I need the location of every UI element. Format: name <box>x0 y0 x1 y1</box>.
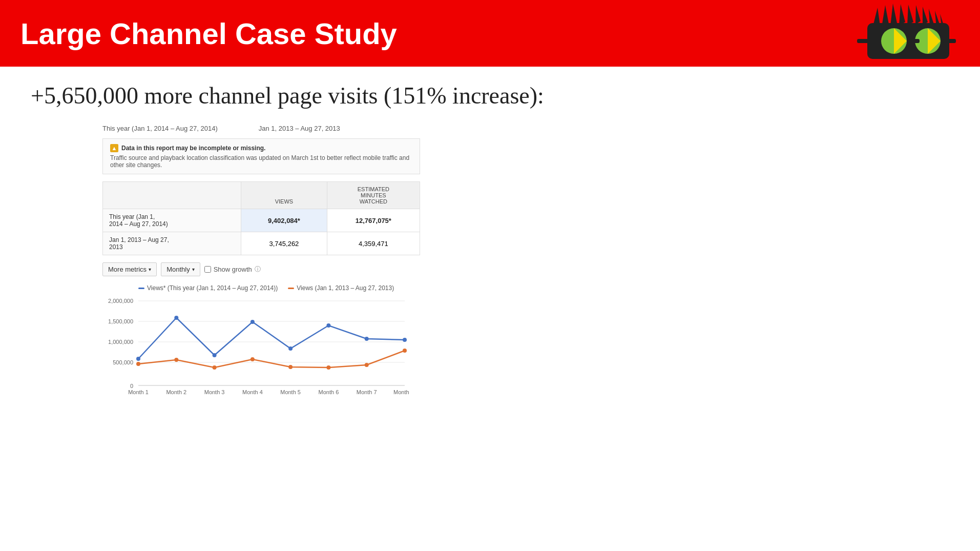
svg-point-30 <box>403 349 407 353</box>
svg-point-21 <box>365 337 369 341</box>
svg-point-24 <box>174 358 178 362</box>
svg-point-23 <box>136 362 140 366</box>
legend-dot-blue <box>138 288 144 289</box>
analytics-panel: This year (Jan 1, 2014 – Aug 27, 2014) J… <box>102 125 420 411</box>
y-label-2m: 2,000,000 <box>108 298 133 304</box>
svg-point-28 <box>326 365 330 370</box>
row-label-prev: Jan 1, 2013 – Aug 27,2013 <box>103 232 241 255</box>
y-label-500k: 500,000 <box>113 359 133 365</box>
main-content: +5,650,000 more channel page visits (151… <box>0 67 980 411</box>
show-growth-label[interactable]: Show growth ⓘ <box>204 265 261 274</box>
legend-item-orange: Views (Jan 1, 2013 – Aug 27, 2013) <box>288 284 394 292</box>
svg-marker-6 <box>923 7 928 26</box>
more-metrics-button[interactable]: More metrics <box>102 262 157 276</box>
svg-point-27 <box>288 365 293 369</box>
chart-legend: Views* (This year (Jan 1, 2014 – Aug 27,… <box>102 284 420 292</box>
svg-marker-5 <box>915 5 921 25</box>
legend-label-blue: Views* (This year (Jan 1, 2014 – Aug 27,… <box>147 284 278 292</box>
toolbar: More metrics Monthly Show growth ⓘ <box>102 262 420 276</box>
svg-point-20 <box>326 323 330 328</box>
y-label-15m: 1,500,000 <box>108 318 133 324</box>
svg-marker-2 <box>890 4 897 26</box>
legend-dot-orange <box>288 288 294 289</box>
page-title: Large Channel Case Study <box>20 16 397 51</box>
show-growth-text: Show growth <box>214 266 252 273</box>
table-row: This year (Jan 1,2014 – Aug 27, 2014) 9,… <box>103 209 420 232</box>
x-label-1: Month 1 <box>128 389 149 395</box>
x-label-8: Month 8* <box>393 389 410 395</box>
warning-icon: ▲ <box>110 144 118 152</box>
x-label-4: Month 4 <box>242 389 263 395</box>
x-label-3: Month 3 <box>204 389 225 395</box>
x-label-5: Month 5 <box>280 389 301 395</box>
svg-point-15 <box>136 357 140 361</box>
x-label-2: Month 2 <box>166 389 186 395</box>
monthly-button[interactable]: Monthly <box>161 262 200 276</box>
col-header-views: VIEWS <box>241 182 327 209</box>
legend-item-blue: Views* (This year (Jan 1, 2014 – Aug 27,… <box>138 284 278 292</box>
x-label-7: Month 7 <box>357 389 377 395</box>
data-table: VIEWS ESTIMATEDMINUTESWATCHED This year … <box>102 181 420 255</box>
col-header-label <box>103 182 241 209</box>
line-chart: 2,000,000 1,500,000 1,000,000 500,000 0 <box>102 296 410 409</box>
date-prev: Jan 1, 2013 – Aug 27, 2013 <box>259 125 340 132</box>
header: Large Channel Case Study <box>0 0 980 67</box>
blue-dots <box>136 316 407 361</box>
right-arm <box>943 39 956 43</box>
svg-point-29 <box>365 363 369 367</box>
table-row: Jan 1, 2013 – Aug 27,2013 3,745,262 4,35… <box>103 232 420 255</box>
show-growth-checkbox[interactable] <box>204 266 211 273</box>
x-label-6: Month 6 <box>319 389 339 395</box>
svg-point-16 <box>174 316 178 320</box>
logo <box>852 3 965 67</box>
warning-title: Data in this report may be incomplete or… <box>121 145 265 152</box>
svg-point-17 <box>213 353 217 357</box>
svg-point-26 <box>251 357 255 361</box>
svg-marker-3 <box>899 4 905 26</box>
row-label-current: This year (Jan 1,2014 – Aug 27, 2014) <box>103 209 241 232</box>
warning-header: ▲ Data in this report may be incomplete … <box>110 144 412 152</box>
page-subtitle: +5,650,000 more channel page visits (151… <box>31 82 949 109</box>
svg-point-19 <box>288 346 293 351</box>
warning-box: ▲ Data in this report may be incomplete … <box>102 138 420 174</box>
chart-wrapper: 2,000,000 1,500,000 1,000,000 500,000 0 <box>102 296 420 411</box>
svg-point-22 <box>403 338 407 342</box>
col-header-minutes: ESTIMATEDMINUTESWATCHED <box>327 182 420 209</box>
x-labels: Month 1 Month 2 Month 3 Month 4 Month 5 … <box>128 389 410 395</box>
row-minutes-prev: 4,359,471 <box>327 232 420 255</box>
y-label-1m: 1,000,000 <box>108 339 133 345</box>
legend-label-orange: Views (Jan 1, 2013 – Aug 27, 2013) <box>297 284 394 292</box>
svg-marker-4 <box>907 5 913 25</box>
svg-point-18 <box>251 320 255 324</box>
grid-lines <box>138 301 405 385</box>
date-range-row: This year (Jan 1, 2014 – Aug 27, 2014) J… <box>102 125 420 132</box>
left-arm <box>857 39 871 43</box>
svg-point-25 <box>213 365 217 370</box>
info-icon: ⓘ <box>255 265 261 274</box>
row-minutes-current: 12,767,075* <box>327 209 420 232</box>
row-views-prev: 3,745,262 <box>241 232 327 255</box>
warning-text: Traffic source and playback location cla… <box>110 154 412 169</box>
orange-dots <box>136 349 407 370</box>
date-current: This year (Jan 1, 2014 – Aug 27, 2014) <box>102 125 218 132</box>
glasses-bridge <box>909 39 920 43</box>
row-views-current: 9,402,084* <box>241 209 327 232</box>
y-label-0: 0 <box>130 383 133 389</box>
